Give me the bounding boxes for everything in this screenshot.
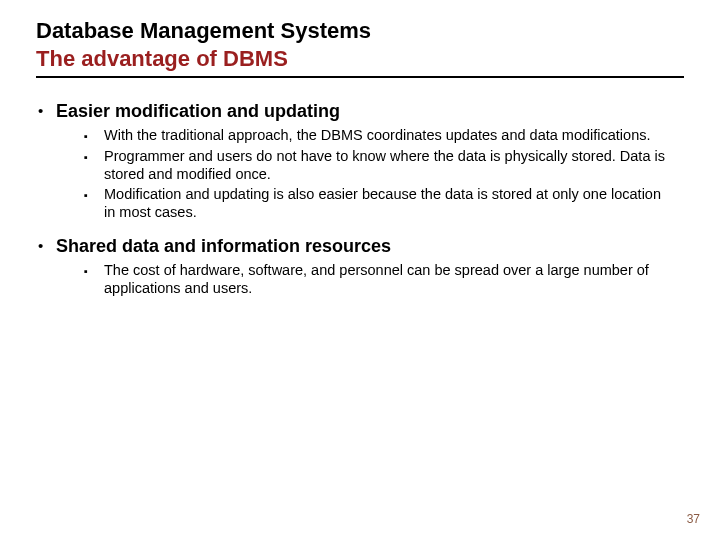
bullet-level1-text: Easier modification and updating [56,100,340,122]
bullet-level2-text: With the traditional approach, the DBMS … [104,126,650,144]
bullet-level2: ▪ The cost of hardware, software, and pe… [84,261,672,297]
bullet-square-icon: ▪ [84,185,104,204]
bullet-level1-text: Shared data and information resources [56,235,391,257]
bullet-level2: ▪ Programmer and users do not have to kn… [84,147,672,183]
bullet-level2-text: The cost of hardware, software, and pers… [104,261,672,297]
bullet-level1: • Shared data and information resources [36,235,672,257]
bullet-square-icon: ▪ [84,261,104,280]
bullet-dot-icon: • [36,235,56,257]
bullet-level2: ▪ Modification and updating is also easi… [84,185,672,221]
bullet-level2-text: Programmer and users do not have to know… [104,147,672,183]
bullet-dot-icon: • [36,100,56,122]
slide-subtitle: The advantage of DBMS [36,46,684,72]
bullet-square-icon: ▪ [84,147,104,166]
bullet-level1: • Easier modification and updating [36,100,672,122]
bullet-square-icon: ▪ [84,126,104,145]
slide-body: • Easier modification and updating ▪ Wit… [36,100,684,297]
title-divider [36,76,684,78]
bullet-level2: ▪ With the traditional approach, the DBM… [84,126,672,145]
bullet-level2-text: Modification and updating is also easier… [104,185,672,221]
slide-title: Database Management Systems [36,18,684,44]
page-number: 37 [687,512,700,526]
